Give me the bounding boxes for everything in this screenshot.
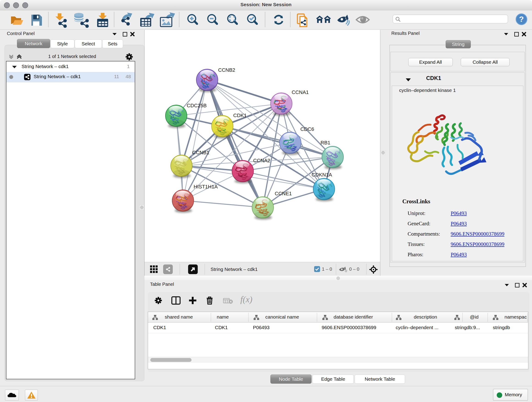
svg-text:?: ? xyxy=(519,15,524,23)
svg-text:CCNE1: CCNE1 xyxy=(275,191,292,196)
svg-text:RB1: RB1 xyxy=(321,140,330,146)
svg-text:CCNB1: CCNB1 xyxy=(192,150,209,155)
svg-text:CDKN1A: CDKN1A xyxy=(312,172,332,178)
svg-text:CCNB2: CCNB2 xyxy=(218,67,235,73)
svg-text:CCNA2: CCNA2 xyxy=(253,158,270,163)
svg-text:CDK1: CDK1 xyxy=(233,113,247,118)
svg-text:HIST1H1A: HIST1H1A xyxy=(194,184,218,190)
svg-text:CDC6: CDC6 xyxy=(300,126,314,132)
svg-text:CCNA1: CCNA1 xyxy=(292,89,309,95)
svg-text:CDC25B: CDC25B xyxy=(187,103,207,108)
